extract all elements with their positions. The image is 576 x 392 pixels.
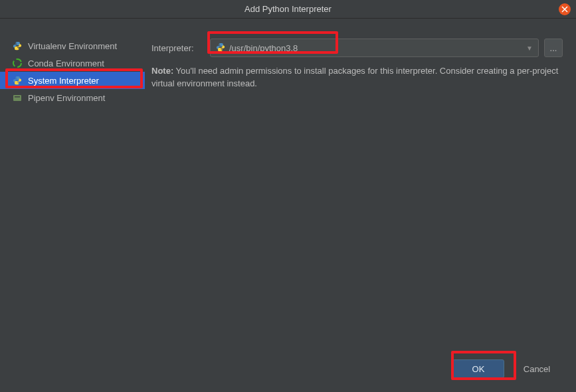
conda-icon	[12, 58, 23, 68]
python-icon	[12, 75, 23, 86]
sidebar-item-conda[interactable]: Conda Environment	[0, 54, 145, 72]
ok-label: OK	[472, 364, 485, 374]
sidebar-item-label: System Interpreter	[28, 76, 99, 86]
sidebar-item-label: Conda Environment	[28, 58, 104, 68]
pipenv-icon	[12, 92, 23, 103]
footer: OK Cancel	[439, 352, 576, 385]
sidebar-item-virtualenv[interactable]: Virtualenv Environment	[0, 37, 145, 54]
svg-rect-2	[15, 96, 20, 98]
ok-button[interactable]: OK	[452, 359, 504, 378]
titlebar: Add Python Interpreter	[0, 0, 576, 19]
close-icon	[561, 6, 568, 13]
interpreter-value: /usr/bin/python3.8	[229, 43, 522, 53]
browse-label: ...	[550, 43, 557, 53]
sidebar-item-pipenv[interactable]: Pipenv Environment	[0, 89, 145, 106]
main-panel: Interpreter: /usr/bin/python3.8 ▼ ... No…	[145, 19, 576, 359]
dialog-title: Add Python Interpreter	[244, 4, 332, 14]
note-prefix: Note:	[151, 66, 173, 76]
content-area: Virtualenv Environment Conda Environment…	[0, 19, 576, 359]
svg-rect-1	[13, 95, 21, 101]
interpreter-label: Interpreter:	[151, 43, 205, 53]
sidebar-item-label: Virtualenv Environment	[28, 41, 117, 51]
cancel-label: Cancel	[524, 364, 550, 374]
note-text: Note: You'll need admin permissions to i…	[151, 65, 563, 90]
interpreter-select[interactable]: /usr/bin/python3.8 ▼	[210, 39, 539, 57]
note-body: You'll need admin permissions to install…	[151, 66, 558, 88]
python-icon	[216, 43, 225, 54]
interpreter-row: Interpreter: /usr/bin/python3.8 ▼ ...	[151, 39, 563, 57]
cancel-button[interactable]: Cancel	[511, 359, 563, 378]
sidebar-item-system[interactable]: System Interpreter	[0, 72, 145, 89]
sidebar-item-label: Pipenv Environment	[28, 93, 105, 103]
close-button[interactable]	[559, 3, 571, 15]
svg-point-0	[13, 59, 21, 67]
sidebar: Virtualenv Environment Conda Environment…	[0, 19, 145, 359]
browse-button[interactable]: ...	[544, 39, 563, 57]
chevron-down-icon: ▼	[526, 45, 533, 52]
python-icon	[12, 41, 23, 51]
